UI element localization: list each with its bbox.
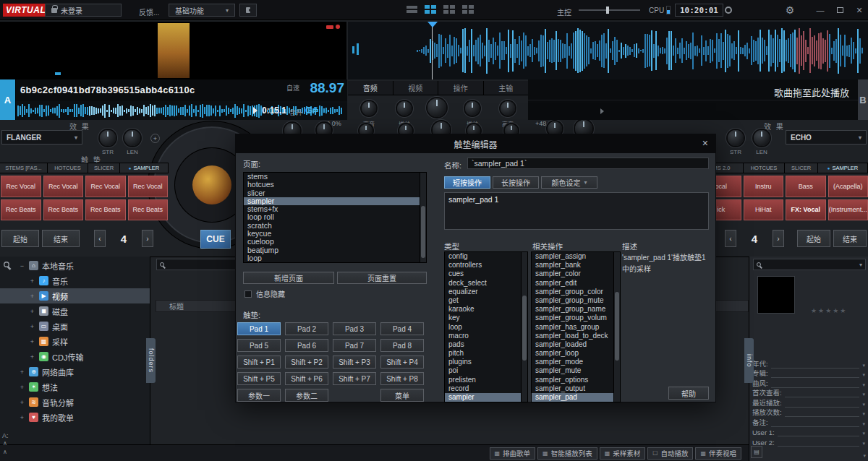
sidebar-item-music[interactable]: + ♪ 音乐 [0,273,150,288]
pad-button[interactable]: Rec Vocal [85,176,126,197]
shift-pad-6-button[interactable]: Shift + P6 [285,372,328,385]
pad-tab-hotcues[interactable]: HOTCUES [48,163,88,173]
master-slider-thumb[interactable] [606,7,609,14]
type-list-item[interactable]: equalizer [445,288,527,296]
param2-button[interactable]: 参数二 [285,389,328,402]
maximize-button[interactable] [833,4,846,16]
close-icon[interactable]: × [702,137,708,149]
pad-button[interactable]: (Instrument... [828,199,868,221]
page-list-item[interactable]: scratch [244,222,426,230]
info-field-genre[interactable]: 曲风:▾ [752,378,865,388]
mixer-tab-scratch[interactable]: 操作 [438,81,484,95]
layout-grid-icon[interactable] [443,5,455,14]
expander-icon[interactable]: + [19,369,25,376]
type-list-item[interactable]: controllers [445,261,527,270]
expander-icon[interactable]: + [29,338,35,345]
expander-icon[interactable]: − [19,262,25,270]
deck-a-overview-strip[interactable]: 0:15.1 音升 G# [16,101,347,120]
master-volume-slider[interactable] [579,9,640,11]
sidebar-item-stems[interactable]: + ≋ 音轨分解 [0,395,150,410]
type-list-item[interactable]: pitch [445,349,527,358]
mixer-tab-audio[interactable]: 音频 [348,81,393,95]
pad-4-button[interactable]: Pad 4 [380,322,424,335]
login-button[interactable]: 未登录 [45,4,122,17]
sidebar-item-my-playlists[interactable]: + ♥ 我的歌单 [0,410,150,425]
sidebar-item-online-library[interactable]: + ⊕ 网络曲库 [0,364,150,379]
expander-icon[interactable]: + [29,308,35,315]
fx-select-a[interactable]: FLANGER ▾ [1,130,82,145]
type-list-item[interactable]: macro [445,332,527,340]
pad-6-button[interactable]: Pad 6 [285,339,328,352]
shift-pad-4-button[interactable]: Shift + P4 [380,356,424,369]
menu-button[interactable]: 菜单 [380,389,424,402]
scrollbar-thumb[interactable] [615,292,619,361]
pad-button[interactable]: FX: Vocal [786,199,826,221]
pad-button[interactable]: Instru [744,176,784,197]
pad-button[interactable]: Bass [786,176,826,197]
eq-high-knob-a[interactable] [362,101,376,116]
sidebar-item-video[interactable]: + ▶ 视频 [0,288,150,303]
loop-double-button-a[interactable]: › [142,230,153,247]
info-field-user2[interactable]: User 2:▾ [752,436,865,447]
expander-icon[interactable]: + [19,384,25,391]
action-list-item[interactable]: sampler_loaded [532,340,620,349]
expander-icon[interactable]: + [29,293,35,300]
type-list-item[interactable]: karaoke [445,305,527,314]
action-list-item[interactable]: sampler_pad [532,393,620,402]
action-list-item[interactable]: sampler_bank [532,261,620,270]
type-list-item[interactable]: loop [445,323,527,332]
action-list-item[interactable]: sampler_group_color [532,288,620,296]
pad-button[interactable]: Rec Vocal [43,176,84,197]
info-field-year[interactable]: 年代:▾ [752,358,865,369]
pad-3-button[interactable]: Pad 3 [333,322,376,335]
sideview-toggle-button[interactable]: ▤ [751,446,762,458]
scroll-up-icon-2[interactable]: ∧ [3,449,7,455]
action-list-item[interactable]: sampler_color [532,270,620,278]
camera-button[interactable] [239,4,257,17]
page-list-item[interactable]: stems [244,173,426,181]
info-field-firstseen[interactable]: 首次查看:▾ [752,388,865,398]
info-field-user1[interactable]: User 1:▾ [752,427,865,437]
action-list-item[interactable]: sampler_group_volum [532,314,620,322]
page-list-item[interactable]: slicer [244,189,426,197]
sidebar-item-sampler[interactable]: + ▦ 采样 [0,334,150,349]
type-list-item[interactable]: config [445,252,527,261]
gain-knob-a[interactable] [397,101,412,116]
scrollbar-thumb[interactable] [421,206,425,258]
action-list-item[interactable]: sampler_load_to_deck [532,332,620,340]
loop-start-button-a[interactable]: 起始 [1,230,39,247]
action-list-item[interactable]: sampler_loop [532,349,620,358]
pages-scrollbar[interactable] [420,173,426,262]
type-list-item[interactable]: key [445,314,527,322]
action-script-box[interactable]: sampler_pad 1 [444,192,709,230]
fx-len-knob-a[interactable] [124,130,140,146]
cue-button-a[interactable]: CUE [200,230,231,249]
expander-icon[interactable]: + [29,277,35,285]
feedback-button[interactable]: 反馈... [139,7,159,17]
eq-high-knob-b[interactable] [501,101,515,116]
pad-tab-stems[interactable]: STEMS [FAS... [0,163,48,173]
mixer-tab-master[interactable]: 主输 [484,81,529,95]
type-list-item[interactable]: plugins [445,358,527,366]
pad-button[interactable]: HiHat [744,199,784,221]
action-list-item[interactable]: sampler_edit [532,279,620,288]
main-waveform-panel[interactable] [348,22,868,79]
info-field-comment[interactable]: 备注:▾ [752,417,865,427]
pad-tab-slicer-b[interactable]: SLICER [785,163,818,173]
mixer-tab-video[interactable]: 视频 [393,81,439,95]
scroll-up-icon[interactable]: ∧ [3,440,7,447]
type-list-item[interactable]: prelisten [445,376,527,384]
loop-half-button-a[interactable]: ‹ [94,230,106,247]
type-list-item[interactable]: sampler [445,393,527,402]
type-list-item[interactable]: record [445,384,527,393]
page-list-item[interactable]: stems+fx [244,205,426,213]
record-button[interactable] [722,4,735,16]
bottom-button-karaoke[interactable]: ▦伴奏视唱 [695,447,741,460]
rating-stars[interactable]: ★★★★★ [811,307,847,314]
bottom-button-automix[interactable]: ☐自动播放 [647,447,693,460]
expander-icon[interactable]: + [29,323,35,330]
pad-button[interactable]: Rec Beats [43,199,84,221]
page-list-item[interactable]: loop [244,254,426,262]
pad-8-button[interactable]: Pad 8 [380,339,424,352]
shift-pad-3-button[interactable]: Shift + P3 [333,356,376,369]
